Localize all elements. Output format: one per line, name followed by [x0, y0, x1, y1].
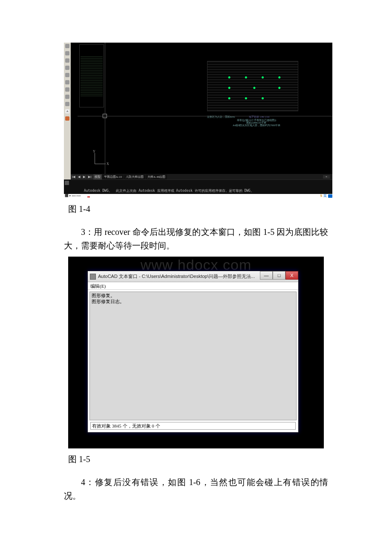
- tab-nav-next[interactable]: ▶: [82, 175, 86, 179]
- autocad-textwindow-screenshot: www hdocx com AutoCAD 文本窗口 - C:\Users\Ad…: [68, 257, 324, 448]
- tool-icon[interactable]: [65, 66, 69, 70]
- floor-plan: 浴形区为人防，面积6041 地下记录 1:80 1:50 停车位(辆(10个子母…: [182, 44, 301, 129]
- ime-lang: 英: [323, 194, 327, 198]
- output-line-2: 图形修复日志。: [92, 299, 294, 305]
- plan-note-3: A4座8防火分区地人防，面积约为7000平米: [233, 124, 280, 127]
- tab-model[interactable]: 模型: [93, 174, 102, 179]
- tab-layout-3[interactable]: 大样A-40出图: [146, 174, 167, 179]
- tab-add[interactable]: +: [323, 175, 330, 179]
- crosshair-horizontal: [78, 116, 332, 116]
- text-window: AutoCAD 文本窗口 - C:\Users\Administrator\De…: [88, 271, 298, 432]
- ucs-y-label: Y: [93, 150, 95, 153]
- title-bar: AutoCAD 文本窗口 - C:\Users\Administrator\De…: [88, 271, 298, 282]
- command-cursor: [87, 194, 90, 197]
- ime-box-icon: [328, 194, 332, 198]
- ime-indicator: S 英: [320, 194, 332, 198]
- tab-layout-1[interactable]: 平面总图A-10: [102, 174, 124, 179]
- figure-caption-1: 图 1-4: [68, 203, 328, 215]
- left-toolbar: A: [64, 43, 71, 181]
- ime-s-icon: S: [320, 194, 322, 198]
- tool-icon[interactable]: [65, 87, 69, 92]
- tool-icon[interactable]: [65, 80, 69, 84]
- command-close-icon[interactable]: [65, 181, 69, 185]
- window-title: AutoCAD 文本窗口 - C:\Users\Administrator\De…: [98, 273, 255, 280]
- command-input[interactable]: ⬛ ▸ recover S 英: [64, 194, 332, 198]
- status-line[interactable]: 有效对象 3845 个，无效对象 0 个: [90, 422, 296, 430]
- ucs-x-label: X: [107, 162, 109, 166]
- tab-layout-2[interactable]: 人防大样出图: [124, 174, 145, 179]
- tab-nav-prev[interactable]: ◀: [77, 175, 81, 179]
- output-line-1: 图形修复。: [92, 293, 294, 299]
- thumbnail-view: [79, 44, 104, 107]
- ucs-icon: X Y: [91, 150, 108, 168]
- tool-icon[interactable]: [65, 102, 69, 106]
- tool-icon[interactable]: [65, 44, 69, 48]
- tool-icon[interactable]: A: [65, 109, 69, 113]
- command-input-text: ⬛ ▸ recover: [65, 194, 81, 197]
- maximize-button[interactable]: □: [273, 271, 285, 280]
- menu-edit[interactable]: 编辑(E): [88, 282, 298, 290]
- paragraph-3: 3：用 recover 命令后出现修复的文本窗口，如图 1-5 因为底图比较大，…: [64, 225, 328, 252]
- drawing-canvas[interactable]: 浴形区为人防，面积6041 地下记录 1:80 1:50 停车位(辆(10个子母…: [71, 43, 332, 177]
- tool-icon[interactable]: [65, 73, 69, 77]
- tool-icon[interactable]: [65, 58, 69, 63]
- app-icon: [90, 274, 96, 280]
- tab-nav-last[interactable]: ▶I: [87, 175, 92, 179]
- tool-icon[interactable]: [65, 51, 69, 55]
- tool-icon[interactable]: [65, 116, 69, 121]
- tab-nav-first[interactable]: I◀: [71, 175, 76, 179]
- close-button[interactable]: X: [285, 271, 298, 280]
- command-panel: Autodesk DWG。 此文件上次由 Autodesk 应用程序或 Auto…: [64, 179, 332, 194]
- layout-tab-bar: I◀ ◀ ▶ ▶I 模型 平面总图A-10 人防大样出图 大样A-40出图 +: [71, 174, 332, 179]
- command-line-1: Autodesk DWG。 此文件上次由 Autodesk 应用程序或 Auto…: [84, 189, 254, 193]
- tool-icon[interactable]: [65, 95, 69, 99]
- paragraph-4: 4：修复后没有错误，如图 1-6，当然也可能会碰上有错误的情况。: [64, 475, 328, 503]
- autocad-main-screenshot: A 浴形区为人防，面积6041 地下记录 1:80 1:50 停车位(辆(10个…: [64, 43, 332, 198]
- cursor-pickbox: [103, 114, 107, 118]
- minimize-button[interactable]: —: [260, 271, 273, 280]
- figure-caption-2: 图 1-5: [68, 454, 328, 465]
- text-output-area[interactable]: 图形修复。 图形修复日志。: [89, 292, 297, 420]
